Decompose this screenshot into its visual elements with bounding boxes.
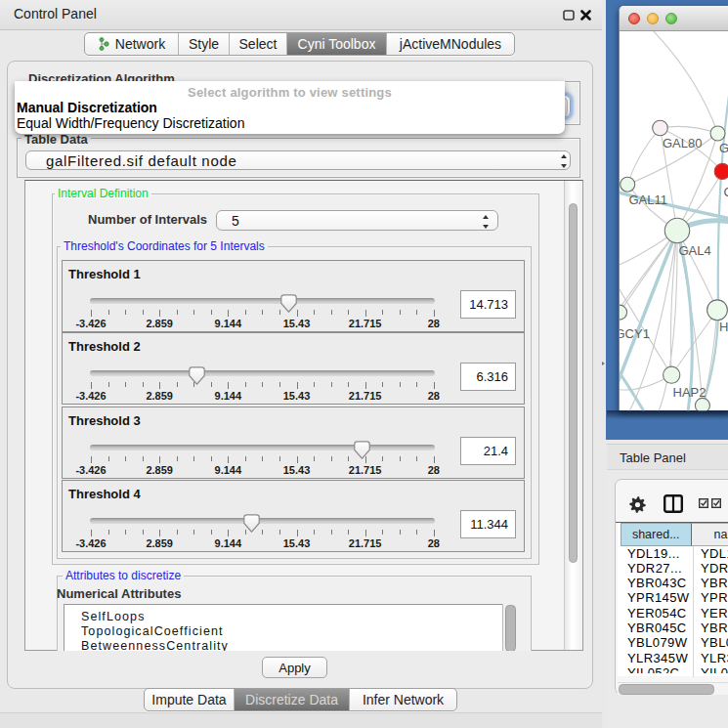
svg-text:GAL2: GAL2 <box>723 184 728 198</box>
svg-text:GAL80: GAL80 <box>663 135 702 150</box>
svg-text:GAL3: GAL3 <box>719 140 728 154</box>
svg-text:GCY1: GCY1 <box>620 325 650 340</box>
svg-text:HAP2: HAP2 <box>672 384 706 399</box>
svg-text:GAL11: GAL11 <box>628 193 667 207</box>
svg-text:GAL4: GAL4 <box>678 243 710 258</box>
svg-text:HIS7: HIS7 <box>719 320 728 334</box>
